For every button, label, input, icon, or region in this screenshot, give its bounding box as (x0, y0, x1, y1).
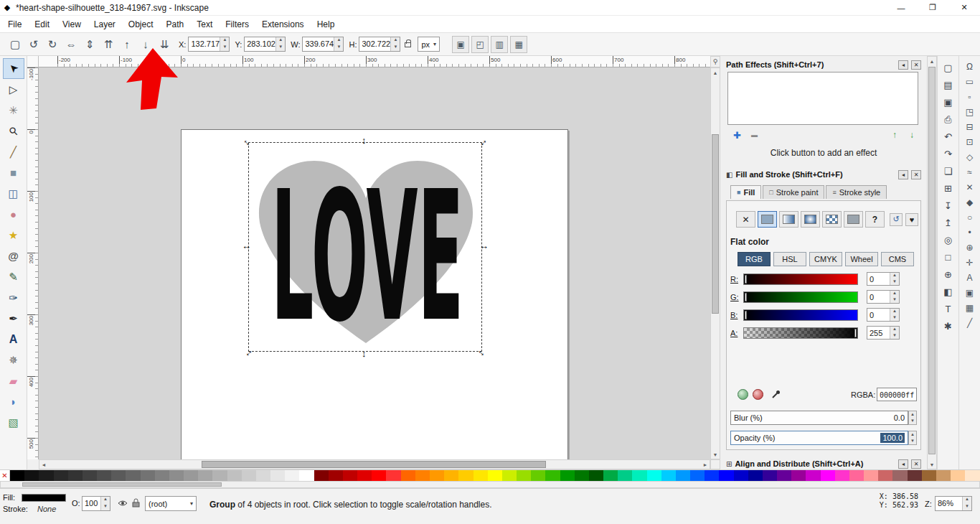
effect-up-button[interactable]: ↑ (892, 130, 897, 140)
export-button[interactable]: ↥ (940, 215, 957, 230)
hsl-mode-tab[interactable]: HSL (773, 252, 806, 266)
menu-layer[interactable]: Layer (88, 17, 122, 32)
scroll-down-icon[interactable]: ▼ (928, 460, 936, 469)
vscroll-thumb[interactable] (712, 134, 719, 314)
palette-swatch[interactable] (690, 470, 705, 481)
field-spinbox[interactable]: 132.717 ▲▼ (188, 37, 230, 52)
paint-linear-gradient-button[interactable] (779, 211, 798, 228)
redo-button[interactable]: ↷ (940, 146, 957, 162)
palette-swatch[interactable] (908, 470, 922, 481)
effect-down-button[interactable]: ↓ (910, 130, 914, 140)
fill-rule-nonzero-button[interactable]: ↺ (890, 213, 903, 226)
flip-horizontal-button[interactable]: ⇔ (62, 35, 80, 54)
channel-spinbox[interactable]: 255 ▲▼ (867, 326, 900, 340)
spin-arrows[interactable]: ▲▼ (275, 37, 285, 51)
panel-close-icon[interactable]: ✕ (911, 170, 921, 179)
palette-scrollbar[interactable] (0, 481, 980, 488)
palette-swatch[interactable] (10, 470, 24, 481)
snap-text-baseline-button[interactable]: A (961, 271, 979, 285)
handle-n[interactable]: ↕ (362, 136, 367, 145)
drawing-canvas[interactable]: LOVE ↔↕↔↔↔↕↔↔ (39, 67, 710, 459)
dock-scroll-thumb[interactable] (928, 67, 936, 454)
spin-arrows[interactable]: ▲▼ (334, 37, 343, 51)
select-all-button[interactable]: ▢ (6, 35, 24, 54)
menu-object[interactable]: Object (122, 17, 160, 32)
palette-swatch[interactable] (517, 470, 531, 481)
duplicate-button[interactable]: ⊕ (940, 266, 957, 282)
lower-button[interactable]: ↓ (136, 35, 155, 54)
quick-zoom-button[interactable]: ⚲ (710, 56, 720, 67)
snap-midpoints-button[interactable]: • (961, 225, 979, 240)
handle-e[interactable]: ↔ (479, 241, 489, 251)
palette-swatch[interactable] (560, 470, 575, 481)
tweak-tool-button[interactable]: ✳ (3, 100, 24, 121)
import-button[interactable]: ↧ (940, 197, 957, 213)
scroll-up-icon[interactable]: ▲ (928, 57, 936, 65)
palette-swatch[interactable] (198, 470, 212, 481)
remove-effect-button[interactable]: ▬ (751, 131, 758, 139)
layer-visibility-icon[interactable] (118, 499, 128, 507)
field-spinbox[interactable]: 302.722 ▲▼ (359, 37, 400, 52)
canvas-vertical-scrollbar[interactable]: ▲ ▼ (710, 67, 720, 459)
wheel-mode-tab[interactable]: Wheel (845, 252, 878, 266)
spin-arrows[interactable]: ▲▼ (390, 37, 400, 51)
snap-cusp-nodes-button[interactable]: ◆ (961, 195, 979, 210)
close-button[interactable]: ✕ (948, 0, 980, 15)
add-effect-button[interactable]: ✚ (733, 130, 741, 141)
slider-thumb[interactable] (745, 311, 747, 319)
palette-swatch[interactable] (878, 470, 892, 481)
paint-radial-gradient-button[interactable] (801, 211, 820, 228)
spin-arrows[interactable]: ▲▼ (890, 273, 899, 285)
palette-swatch[interactable] (951, 470, 965, 481)
palette-swatch[interactable] (835, 470, 849, 481)
palette-swatch[interactable] (141, 470, 155, 481)
palette-swatch[interactable] (111, 470, 126, 481)
snap-path-intersections-button[interactable]: ✕ (961, 180, 979, 195)
snap-bbox-centers-button[interactable]: ⊡ (961, 135, 979, 149)
snap-bbox-edges-button[interactable]: ▫ (961, 90, 979, 104)
rotate-ccw-button[interactable]: ↺ (24, 35, 43, 54)
palette-swatch[interactable] (777, 470, 791, 481)
save-document-button[interactable]: ▣ (940, 94, 957, 110)
panel-close-icon[interactable]: ✕ (911, 60, 921, 70)
palette-swatch[interactable] (270, 470, 285, 481)
stroke-style-tab[interactable]: ≡ Stroke style (826, 185, 887, 199)
palette-swatch[interactable] (821, 470, 835, 481)
palette-swatch[interactable] (97, 470, 111, 481)
snap-page-border-button[interactable]: ▣ (961, 286, 979, 300)
star-tool-button[interactable]: ★ (3, 225, 24, 245)
menu-filters[interactable]: Filters (219, 17, 255, 32)
stroke-value[interactable]: None (37, 505, 56, 513)
copy-button[interactable]: ❏ (940, 163, 957, 179)
palette-swatch[interactable] (531, 470, 545, 481)
palette-swatch[interactable] (54, 470, 68, 481)
palette-swatch[interactable] (357, 470, 372, 481)
hscroll-thumb[interactable] (202, 461, 546, 468)
text-tool-button[interactable]: A (3, 329, 24, 350)
palette-swatch[interactable] (24, 470, 39, 481)
palette-swatch[interactable] (401, 470, 415, 481)
palette-swatch[interactable] (502, 470, 517, 481)
spin-arrows[interactable]: ▲▼ (100, 497, 110, 510)
rectangle-tool-button[interactable]: ■ (3, 162, 24, 183)
rotate-cw-button[interactable]: ↻ (43, 35, 62, 54)
spin-arrows[interactable]: ▲▼ (890, 309, 899, 321)
panel-collapse-icon[interactable]: ◂ (898, 170, 908, 179)
snap-toggle-button[interactable]: Ω (961, 60, 979, 74)
palette-swatch[interactable] (545, 470, 560, 481)
palette-swatch[interactable] (83, 470, 97, 481)
palette-swatch[interactable] (965, 470, 979, 481)
palette-swatch[interactable] (589, 470, 603, 481)
snap-paths-button[interactable]: ≈ (961, 165, 979, 179)
palette-swatch[interactable] (242, 470, 256, 481)
palette-swatch[interactable] (343, 470, 357, 481)
palette-swatch[interactable] (892, 470, 907, 481)
spin-arrows[interactable]: ▲▼ (220, 37, 229, 51)
palette-swatch[interactable] (386, 470, 400, 481)
spray-tool-button[interactable]: ✵ (3, 350, 24, 370)
paste-button[interactable]: ⊞ (940, 180, 957, 196)
scroll-down-icon[interactable]: ▼ (711, 450, 720, 459)
palette-swatch[interactable] (256, 470, 270, 481)
snap-nodes-button[interactable]: ◇ (961, 150, 979, 164)
menu-file[interactable]: File (1, 17, 28, 32)
